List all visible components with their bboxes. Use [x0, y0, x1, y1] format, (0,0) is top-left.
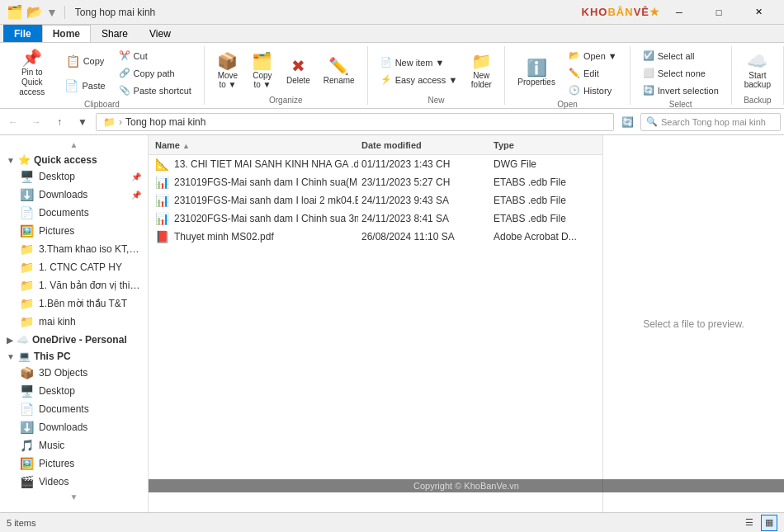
- scroll-down[interactable]: ▼: [0, 491, 148, 503]
- nav-item-thamkhao[interactable]: 📁 3.Tham khao iso KT, b...: [0, 240, 148, 258]
- select-all-button[interactable]: ☑️ Select all: [637, 48, 725, 64]
- history-button[interactable]: 🕒 History: [563, 82, 623, 98]
- tab-share[interactable]: Share: [91, 25, 139, 42]
- title-icons: 🗂️ 📂 ▼: [7, 4, 68, 20]
- file-type-icon: 📊: [155, 194, 169, 207]
- expand-arrow: ▼: [7, 156, 15, 165]
- tab-home[interactable]: Home: [42, 25, 91, 42]
- file-type-cell: DWG File: [490, 158, 602, 170]
- nav-item-label: Desktop: [39, 385, 75, 397]
- clipboard-buttons: 📌 Pin to Quickaccess 📋 Copy 📄 Paste ✂️ C…: [7, 48, 197, 98]
- logo-text: KHOBÂNVÊ★: [582, 6, 660, 18]
- easy-access-button[interactable]: ⚡ Easy access ▼: [375, 72, 464, 87]
- organize-buttons: 📦 Moveto ▼ 🗂️ Copyto ▼ ✖ Delete ✏️ Renam…: [211, 48, 361, 94]
- view-controls: ☰ ▦: [741, 515, 777, 531]
- nav-item-downloads-qa[interactable]: ⬇️ Downloads 📌: [0, 186, 148, 204]
- start-backup-button[interactable]: ☁️ Startbackup: [739, 48, 777, 94]
- new-folder-button[interactable]: 📁 Newfolder: [465, 48, 498, 94]
- file-date-cell: 26/08/2024 11:10 SA: [358, 231, 490, 242]
- edit-button[interactable]: ✏️ Edit: [563, 65, 623, 81]
- nav-item-benmoi[interactable]: 📁 1.Bên mời thầu T&T: [0, 294, 148, 313]
- file-type-icon: 📕: [155, 230, 169, 243]
- tab-view[interactable]: View: [139, 25, 182, 42]
- address-path[interactable]: 📁 › Tong hop mai kinh: [96, 113, 614, 131]
- nav-item-pictures-pc[interactable]: 🖼️ Pictures: [0, 454, 148, 473]
- nav-item-maikinhnav[interactable]: 📁 mai kinh: [0, 313, 148, 331]
- select-none-icon: ⬜: [643, 68, 654, 78]
- open-button[interactable]: 📂 Open ▼: [563, 48, 623, 64]
- nav-item-vanban[interactable]: 📁 1. Văn bản đơn vị thiết ke...: [0, 276, 148, 294]
- new-item-button[interactable]: 📄 New item ▼: [375, 54, 464, 70]
- onedrive-header[interactable]: ▶ ☁️ OneDrive - Personal: [0, 331, 148, 347]
- cut-button[interactable]: ✂️ Cut: [113, 48, 197, 64]
- nav-item-label: 1.Bên mời thầu T&T: [39, 298, 127, 309]
- invert-label: Invert selection: [658, 86, 719, 96]
- nav-item-videos-pc[interactable]: 🎬 Videos: [0, 473, 148, 491]
- back-button[interactable]: ←: [3, 112, 23, 132]
- file-type-cell: Adobe Acrobat D...: [490, 231, 602, 242]
- paste-icon: 📄: [64, 79, 78, 92]
- nav-item-desktop-qa[interactable]: 🖥️ Desktop 📌: [0, 167, 148, 186]
- minimize-button[interactable]: ─: [660, 0, 698, 25]
- delete-button[interactable]: ✖ Delete: [281, 48, 316, 94]
- file-row[interactable]: 📐 13. CHI TIET MAI SANH KINH NHA GA .d..…: [149, 155, 602, 173]
- search-placeholder: Search Tong hop mai kinh: [661, 117, 766, 127]
- rename-button[interactable]: ✏️ Rename: [318, 48, 361, 94]
- pin-to-quick-access-button[interactable]: 📌 Pin to Quickaccess: [7, 50, 57, 97]
- copy-path-button[interactable]: 🔗 Copy path: [113, 65, 197, 81]
- cut-label: Cut: [134, 51, 148, 61]
- file-row[interactable]: 📕 Thuyet minh MS02.pdf 26/08/2024 11:10 …: [149, 228, 602, 246]
- nav-item-3dobjects[interactable]: 📦 3D Objects: [0, 364, 148, 382]
- nav-item-music-pc[interactable]: 🎵 Music: [0, 436, 148, 454]
- nav-item-ctnc[interactable]: 📁 1. CTNC CATP HY: [0, 258, 148, 276]
- copy-button[interactable]: 📋 Copy: [59, 49, 111, 73]
- search-box[interactable]: 🔍 Search Tong hop mai kinh: [640, 113, 781, 131]
- nav-item-documents-qa[interactable]: 📄 Documents: [0, 204, 148, 222]
- quick-access-header[interactable]: ▼ ⭐ Quick access: [0, 151, 148, 167]
- select-none-button[interactable]: ⬜ Select none: [637, 65, 725, 81]
- file-row[interactable]: 📊 231019FGS-Mai sanh dam I Chinh sua(MS.…: [149, 173, 602, 191]
- file-list-header: Name ▲ Date modified Type Size: [149, 135, 602, 155]
- nav-item-documents-pc[interactable]: 📄 Documents: [0, 400, 148, 418]
- address-bar: ← → ↑ ▼ 📁 › Tong hop mai kinh 🔄 🔍 Search…: [0, 109, 784, 135]
- file-type-icon: 📊: [155, 176, 169, 189]
- nav-item-downloads-pc[interactable]: ⬇️ Downloads: [0, 418, 148, 436]
- col-header-date[interactable]: Date modified: [358, 140, 490, 150]
- up-button[interactable]: ↑: [50, 112, 69, 132]
- pin-icon: 📌: [21, 49, 42, 66]
- recent-locations-button[interactable]: ▼: [73, 112, 92, 132]
- paste-shortcut-button[interactable]: 📎 Paste shortcut: [113, 82, 197, 98]
- nav-item-desktop-pc[interactable]: 🖥️ Desktop: [0, 382, 148, 400]
- maximize-button[interactable]: □: [700, 0, 738, 25]
- copy-icon: 📋: [66, 54, 80, 68]
- scroll-up[interactable]: ▲: [0, 139, 148, 151]
- details-view-button[interactable]: ☰: [741, 515, 758, 531]
- properties-button[interactable]: ℹ️ Properties: [512, 50, 561, 97]
- col-header-type[interactable]: Type: [490, 140, 606, 150]
- docs-pc-icon: 📄: [20, 403, 34, 416]
- quick-access-icon: ⭐: [18, 154, 31, 166]
- nav-item-pictures-qa[interactable]: 🖼️ Pictures: [0, 222, 148, 240]
- folder-icon: 📁: [20, 261, 34, 274]
- file-row[interactable]: 📊 231020FGS-Mai sanh dam I Chinh sua 3m.…: [149, 210, 602, 228]
- edit-label: Edit: [583, 68, 599, 78]
- file-row[interactable]: 📊 231019FGS-Mai sanh dam I loai 2 mk04.E…: [149, 191, 602, 210]
- col-header-name[interactable]: Name ▲: [152, 140, 358, 150]
- new-item-label: New item ▼: [395, 58, 445, 68]
- new-small-buttons: 📄 New item ▼ ⚡ Easy access ▼: [375, 54, 464, 87]
- paste-button[interactable]: 📄 Paste: [59, 74, 111, 97]
- forward-button[interactable]: →: [26, 112, 46, 132]
- move-to-button[interactable]: 📦 Moveto ▼: [211, 48, 244, 94]
- this-pc-header[interactable]: ▼ 💻 This PC: [0, 347, 148, 364]
- copy-to-button[interactable]: 🗂️ Copyto ▼: [246, 48, 279, 94]
- copy-to-label: Copyto ▼: [253, 71, 272, 89]
- tab-file[interactable]: File: [3, 25, 42, 42]
- file-name-cell: 📊 231019FGS-Mai sanh dam I loai 2 mk04.E…: [152, 194, 358, 207]
- close-button[interactable]: ✕: [739, 0, 777, 25]
- nav-item-label: Downloads: [39, 421, 87, 433]
- properties-icon: ℹ️: [527, 59, 547, 76]
- refresh-button[interactable]: 🔄: [617, 112, 637, 132]
- onedrive-label: OneDrive - Personal: [32, 334, 127, 346]
- invert-selection-button[interactable]: 🔄 Invert selection: [637, 82, 725, 98]
- list-view-button[interactable]: ▦: [761, 515, 777, 531]
